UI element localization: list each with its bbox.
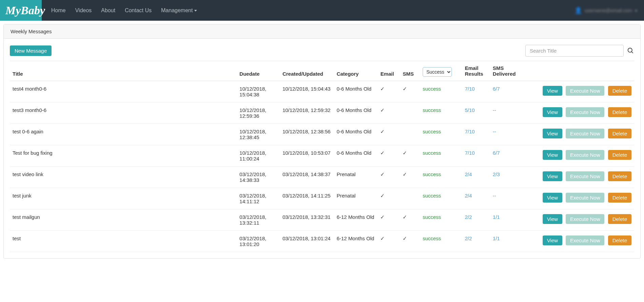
delete-button[interactable]: Delete (608, 129, 631, 138)
svg-point-0 (628, 48, 632, 52)
nav-link-about[interactable]: About (101, 7, 115, 14)
cell-updated: 10/12/2018, 10:53:07 (280, 145, 334, 167)
sms-delivered-link[interactable]: 6/7 (493, 86, 500, 92)
cell-updated: 03/12/2018, 13:01:24 (280, 231, 334, 252)
delete-button[interactable]: Delete (608, 150, 631, 160)
col-sms: SMS (400, 61, 420, 81)
email-results-link[interactable]: 5/10 (465, 107, 475, 113)
col-actions (523, 61, 634, 81)
cell-duedate: 03/12/2018, 14:11:12 (237, 188, 280, 209)
view-button[interactable]: View (543, 235, 562, 245)
execute-now-button[interactable]: Execute Now (566, 86, 604, 96)
cell-category: 6-12 Months Old (334, 231, 378, 252)
view-button[interactable]: View (543, 150, 562, 160)
new-message-button[interactable]: New Message (10, 45, 52, 56)
sms-delivered-link[interactable]: 6/7 (493, 150, 500, 156)
nav-link-home[interactable]: Home (51, 7, 66, 14)
view-button[interactable]: View (543, 171, 562, 181)
cell-sms-delivered: 6/7 (490, 145, 523, 167)
view-button[interactable]: View (543, 214, 562, 224)
nav-link-contact[interactable]: Contact Us (125, 7, 152, 14)
search-button[interactable] (627, 47, 634, 54)
col-category: Category (334, 61, 378, 81)
nav-link-videos[interactable]: Videos (75, 7, 92, 14)
cell-category: Prenatal (334, 167, 378, 188)
cell-email-results: 7/10 (462, 81, 490, 102)
nav-user-dropdown[interactable]: 👤 username@email.com ▾ (575, 0, 644, 21)
col-created-updated: Created/Updated (280, 61, 334, 81)
delete-button[interactable]: Delete (608, 171, 631, 181)
cell-title: test junk (10, 188, 237, 209)
cell-category: 6-12 Months Old (334, 209, 378, 231)
brand-logo[interactable]: MyBaby (0, 0, 42, 21)
col-title: Title (10, 61, 237, 81)
cell-title: test4 month0-6 (10, 81, 237, 102)
cell-title: test3 month0-6 (10, 102, 237, 124)
email-results-link[interactable]: 7/10 (465, 86, 475, 92)
cell-category: 0-6 Months Old (334, 145, 378, 167)
view-button[interactable]: View (543, 129, 562, 138)
cell-email-check: ✓ (378, 231, 400, 252)
cell-email-results: 2/2 (462, 231, 490, 252)
sms-delivered-link[interactable]: 1/1 (493, 214, 500, 220)
cell-sms-delivered: -- (490, 188, 523, 209)
sms-delivered-link[interactable]: 1/1 (493, 235, 500, 241)
execute-now-button[interactable]: Execute Now (566, 214, 604, 224)
cell-updated: 10/12/2018, 12:38:56 (280, 124, 334, 145)
cell-status: success (420, 124, 462, 145)
nav-link-management[interactable]: Management (161, 7, 197, 14)
email-results-link[interactable]: 2/4 (465, 171, 472, 177)
col-status: Success (420, 61, 462, 81)
email-results-link[interactable]: 7/10 (465, 129, 475, 134)
delete-button[interactable]: Delete (608, 107, 631, 117)
view-button[interactable]: View (543, 86, 562, 96)
cell-actions: View Execute Now Delete (523, 209, 634, 231)
cell-email-check: ✓ (378, 209, 400, 231)
view-button[interactable]: View (543, 107, 562, 117)
cell-sms-check: ✓ (400, 81, 420, 102)
cell-sms-delivered: 1/1 (490, 209, 523, 231)
search-title-input[interactable] (525, 45, 624, 57)
cell-status: success (420, 209, 462, 231)
cell-duedate: 03/12/2018, 13:32:11 (237, 209, 280, 231)
sms-delivered-link[interactable]: -- (493, 193, 496, 199)
view-button[interactable]: View (543, 193, 562, 203)
cell-email-results: 2/2 (462, 209, 490, 231)
delete-button[interactable]: Delete (608, 235, 631, 245)
cell-duedate: 03/12/2018, 14:38:33 (237, 167, 280, 188)
email-results-link[interactable]: 2/2 (465, 214, 472, 220)
cell-actions: View Execute Now Delete (523, 231, 634, 252)
execute-now-button[interactable]: Execute Now (566, 235, 604, 245)
delete-button[interactable]: Delete (608, 193, 631, 203)
panel-toolbar: New Message (10, 45, 634, 61)
cell-sms-delivered: -- (490, 102, 523, 124)
delete-button[interactable]: Delete (608, 214, 631, 224)
cell-email-check: ✓ (378, 102, 400, 124)
messages-table: Title Duedate Created/Updated Category E… (10, 61, 634, 252)
cell-category: 0-6 Months Old (334, 81, 378, 102)
execute-now-button[interactable]: Execute Now (566, 107, 604, 117)
cell-updated: 03/12/2018, 14:38:37 (280, 167, 334, 188)
cell-title: test (10, 231, 237, 252)
cell-status: success (420, 231, 462, 252)
sms-delivered-link[interactable]: -- (493, 107, 496, 113)
status-filter-select[interactable]: Success (423, 67, 452, 77)
cell-status: success (420, 188, 462, 209)
execute-now-button[interactable]: Execute Now (566, 129, 604, 138)
cell-updated: 10/12/2018, 15:04:43 (280, 81, 334, 102)
cell-email-check: ✓ (378, 81, 400, 102)
search-icon (627, 47, 634, 54)
email-results-link[interactable]: 2/2 (465, 235, 472, 241)
sms-delivered-link[interactable]: 2/3 (493, 171, 500, 177)
email-results-link[interactable]: 7/10 (465, 150, 475, 156)
cell-duedate: 10/12/2018, 12:59:36 (237, 102, 280, 124)
col-sms-delivered: SMS Delivered (490, 61, 523, 81)
cell-email-results: 7/10 (462, 145, 490, 167)
execute-now-button[interactable]: Execute Now (566, 171, 604, 181)
delete-button[interactable]: Delete (608, 86, 631, 96)
execute-now-button[interactable]: Execute Now (566, 193, 604, 203)
sms-delivered-link[interactable]: -- (493, 129, 496, 134)
cell-category: 0-6 Months Old (334, 124, 378, 145)
email-results-link[interactable]: 2/4 (465, 193, 472, 199)
execute-now-button[interactable]: Execute Now (566, 150, 604, 160)
